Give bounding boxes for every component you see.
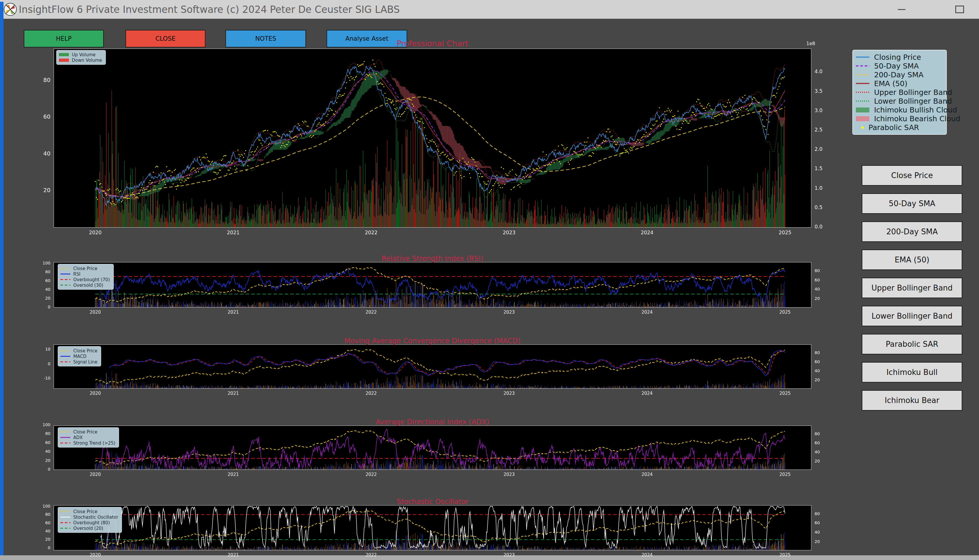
indicator-button-50-day-sma[interactable]: 50-Day SMA <box>862 193 962 214</box>
chart-legend-entry: Strong Trend (>25) <box>60 440 115 446</box>
y-axis-tick-label: 20 <box>815 459 835 463</box>
adx-chart-canvas <box>54 426 811 470</box>
patch-sample-swatch <box>59 58 69 62</box>
y-axis-tick-label: 80 <box>30 77 50 83</box>
maximize-button[interactable] <box>954 3 966 15</box>
indicator-button-ichimoku-bear[interactable]: Ichimoku Bear <box>862 390 962 411</box>
chart-legend-entry: Oversold (20) <box>60 525 118 531</box>
app-icon <box>3 3 17 16</box>
indicator-legend-entry: Ichimoku Bearish Cloud <box>856 114 943 123</box>
chart-legend-entry: Oversold (30) <box>60 282 110 288</box>
chart-legend-entry: Up Volume <box>59 52 102 57</box>
y-axis-tick-label: 100 <box>30 261 50 265</box>
x-axis-tick-label: 2022 <box>358 552 384 558</box>
indicator-legend-entry: Upper Bollinger Band <box>856 88 943 97</box>
y-axis-tick-label: 100 <box>30 422 50 427</box>
indicator-button-close-price[interactable]: Close Price <box>862 165 962 186</box>
x-axis-tick-label: 2021 <box>220 472 247 477</box>
chart-legend-label: Overbought (80) <box>73 520 110 525</box>
y-axis-tick-label: 60 <box>30 440 50 445</box>
y-axis-tick-label: 80 <box>30 512 50 517</box>
dash-sample-swatch <box>60 279 70 280</box>
indicator-legend-entry: Ichimoku Bullish Cloud <box>856 105 943 114</box>
dash-sample-swatch <box>60 528 70 529</box>
rsi-chart: Relative Strength Index (RSI) Close Pric… <box>53 262 811 308</box>
indicator-button-ema-50-[interactable]: EMA (50) <box>862 250 962 270</box>
x-axis-tick-label: 2024 <box>634 391 660 396</box>
dash-sample-swatch <box>60 443 70 443</box>
dash-sample-swatch <box>60 511 70 512</box>
indicator-button-upper-bollinger-band[interactable]: Upper Bollinger Band <box>862 278 962 298</box>
x-axis-tick-label: 2024 <box>634 230 660 235</box>
line-sample-swatch <box>60 437 70 438</box>
line-sample-swatch <box>60 517 70 518</box>
x-axis-tick-label: 2020 <box>82 310 109 315</box>
y-axis-tick-label: 40 <box>815 530 835 535</box>
y-axis-tick-label: 3.5 <box>815 88 835 94</box>
chart-legend-label: Up Volume <box>72 52 95 57</box>
maximize-icon <box>955 5 964 13</box>
main-chart-title: Professional Chart <box>54 39 811 48</box>
dash-sample-swatch <box>60 350 70 351</box>
chart-legend-label: MACD <box>73 354 87 359</box>
x-axis-tick-label: 2021 <box>220 391 247 396</box>
indicator-legend-entry: 200-Day SMA <box>856 70 943 79</box>
x-axis-tick-label: 2020 <box>82 391 109 396</box>
minimize-icon <box>898 9 905 10</box>
y-axis-tick-label: 80 <box>815 432 835 436</box>
dash-sample-swatch <box>856 65 869 67</box>
y-axis-tick-label: 40 <box>815 368 835 373</box>
minimize-button[interactable] <box>896 3 907 15</box>
adx-chart-legend: Close PriceADXStrong Trend (>25) <box>58 427 119 448</box>
y-axis-tick-label: 80 <box>815 350 835 355</box>
y-axis-tick-label: 10 <box>30 347 50 352</box>
window-controls <box>896 0 966 19</box>
app-window: InsightFlow 6 Private Investment Softwar… <box>0 0 979 560</box>
indicator-button-ichimoku-bull[interactable]: Ichimoku Bull <box>862 362 962 383</box>
x-axis-tick-label: 2022 <box>358 391 384 396</box>
y-axis-tick-label: 1.0 <box>815 185 835 191</box>
indicator-button-lower-bollinger-band[interactable]: Lower Bollinger Band <box>862 306 962 326</box>
indicator-legend-label: Closing Price <box>874 53 921 62</box>
title-bar: InsightFlow 6 Private Investment Softwar… <box>0 0 979 19</box>
chart-legend-label: Close Price <box>73 509 97 514</box>
y-axis-tick-label: 60 <box>30 113 50 120</box>
line-sample-swatch <box>856 83 869 84</box>
dash-sample-swatch <box>60 522 70 523</box>
adx-chart: Average Directional Index (ADX) Close Pr… <box>53 425 811 470</box>
indicator-legend: Closing Price50-Day SMA200-Day SMAEMA (5… <box>852 50 947 135</box>
chart-legend-label: Overbought (70) <box>73 277 110 282</box>
indicator-button-parabolic-sar[interactable]: Parabolic SAR <box>862 334 962 354</box>
indicator-legend-entry: Parabolic SAR <box>856 123 943 132</box>
y-axis-tick-label: 20 <box>30 296 50 300</box>
main-chart-canvas <box>54 49 811 227</box>
y-axis-tick-label: 80 <box>30 431 50 436</box>
x-axis-tick-label: 2025 <box>772 310 798 315</box>
macd-chart: Moving Average Convergence Divergence (M… <box>53 345 811 389</box>
y-axis-tick-label: 100 <box>30 504 50 508</box>
y-axis-tick-label: 0 <box>30 545 50 550</box>
y-axis-tick-label: 2.5 <box>815 127 835 133</box>
indicator-legend-entry: Closing Price <box>856 53 943 62</box>
y-axis-tick-label: 0 <box>30 362 50 366</box>
dot-line-sample-swatch <box>856 92 869 93</box>
chart-legend-entry: Close Price <box>60 348 97 353</box>
indicator-legend-label: Parabolic SAR <box>869 123 919 132</box>
rsi-chart-canvas <box>54 262 811 307</box>
y-axis-tick-label: 80 <box>815 268 835 273</box>
x-axis-tick-label: 2023 <box>496 230 522 235</box>
chart-legend-label: ADX <box>73 435 83 440</box>
main-chart-legend: Up VolumeDown Volume <box>56 50 106 65</box>
y-axis-tick-label: 80 <box>815 512 835 516</box>
indicator-legend-label: Lower Bollinger Band <box>874 97 952 105</box>
chart-legend-entry: Down Volume <box>59 57 102 63</box>
dash-sample-swatch <box>60 268 70 269</box>
indicator-button-200-day-sma[interactable]: 200-Day SMA <box>862 222 962 242</box>
line-sample-swatch <box>856 57 869 58</box>
x-axis-tick-label: 2025 <box>772 230 798 235</box>
y-axis-tick-label: -10 <box>30 376 50 380</box>
chart-legend-entry: Close Price <box>60 429 115 435</box>
chart-legend-label: Oversold (20) <box>73 526 103 531</box>
chart-legend-entry: Signal Line <box>60 359 97 365</box>
dash-sample-swatch <box>60 432 70 432</box>
